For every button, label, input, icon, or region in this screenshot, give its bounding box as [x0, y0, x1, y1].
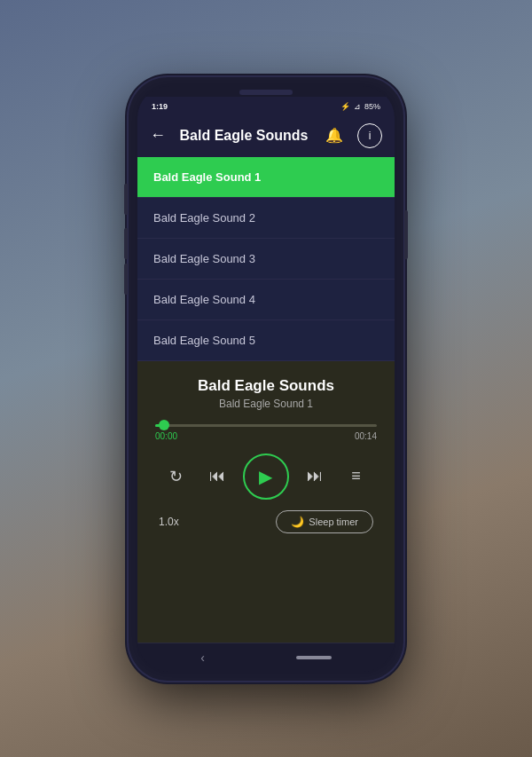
- status-wifi-icon: ⊿: [354, 102, 361, 111]
- app-bar: ← Bald Eagle Sounds 🔔 i: [137, 114, 395, 157]
- app-bar-actions: 🔔 i: [322, 123, 382, 148]
- sound-item-3[interactable]: Bald Eagle Sound 3: [137, 239, 395, 280]
- sound-item-5[interactable]: Bald Eagle Sound 5: [137, 320, 395, 361]
- phone-device: 1:19 ⚡ ⊿ 85% ← Bald Eagle Sounds 🔔 i Bal…: [129, 77, 403, 681]
- playlist-button[interactable]: ≡: [340, 461, 372, 493]
- status-battery-icon: 85%: [364, 102, 380, 111]
- sound-item-1[interactable]: Bald Eagle Sound 1: [137, 157, 395, 198]
- progress-times: 00:00 00:14: [155, 431, 377, 441]
- player-title: Bald Eagle Sounds: [198, 377, 334, 395]
- back-button[interactable]: ←: [150, 126, 166, 145]
- nav-bar: ‹: [137, 643, 395, 672]
- app-bar-title: Bald Eagle Sounds: [180, 128, 309, 144]
- moon-icon: 🌙: [291, 516, 304, 528]
- next-button[interactable]: ⏭: [299, 461, 331, 493]
- player-subtitle: Bald Eagle Sound 1: [219, 398, 313, 410]
- info-button[interactable]: i: [357, 123, 382, 148]
- progress-fill: [155, 424, 164, 427]
- progress-container[interactable]: 00:00 00:14: [155, 424, 377, 441]
- repeat-button[interactable]: ↻: [160, 461, 192, 493]
- nav-back-button[interactable]: ‹: [200, 651, 205, 665]
- status-signal-icon: ⚡: [340, 102, 350, 111]
- player-bottom-row: 1.0x 🌙 Sleep timer: [155, 510, 377, 533]
- play-button[interactable]: ▶: [243, 453, 289, 500]
- progress-track: [155, 424, 377, 427]
- notification-bell-button[interactable]: 🔔: [322, 123, 347, 148]
- notch: [239, 90, 293, 95]
- speed-label[interactable]: 1.0x: [159, 516, 179, 528]
- total-time: 00:14: [355, 431, 377, 441]
- nav-home-bar[interactable]: [296, 656, 332, 659]
- sound-item-2[interactable]: Bald Eagle Sound 2: [137, 198, 395, 239]
- status-time: 1:19: [152, 102, 168, 111]
- progress-thumb: [159, 420, 169, 430]
- sleep-timer-label: Sleep timer: [309, 516, 358, 527]
- status-icons: ⚡ ⊿ 85%: [340, 102, 380, 111]
- notch-area: [137, 86, 395, 97]
- phone-screen: 1:19 ⚡ ⊿ 85% ← Bald Eagle Sounds 🔔 i Bal…: [137, 86, 395, 672]
- sound-list: Bald Eagle Sound 1 Bald Eagle Sound 2 Ba…: [137, 157, 395, 361]
- prev-button[interactable]: ⏮: [201, 461, 233, 493]
- player-section: Bald Eagle Sounds Bald Eagle Sound 1 00:…: [137, 361, 395, 643]
- player-controls: ↻ ⏮ ▶ ⏭ ≡: [155, 453, 377, 500]
- sleep-timer-button[interactable]: 🌙 Sleep timer: [276, 510, 373, 533]
- sound-item-4[interactable]: Bald Eagle Sound 4: [137, 280, 395, 320]
- current-time: 00:00: [155, 431, 177, 441]
- status-bar: 1:19 ⚡ ⊿ 85%: [137, 97, 395, 114]
